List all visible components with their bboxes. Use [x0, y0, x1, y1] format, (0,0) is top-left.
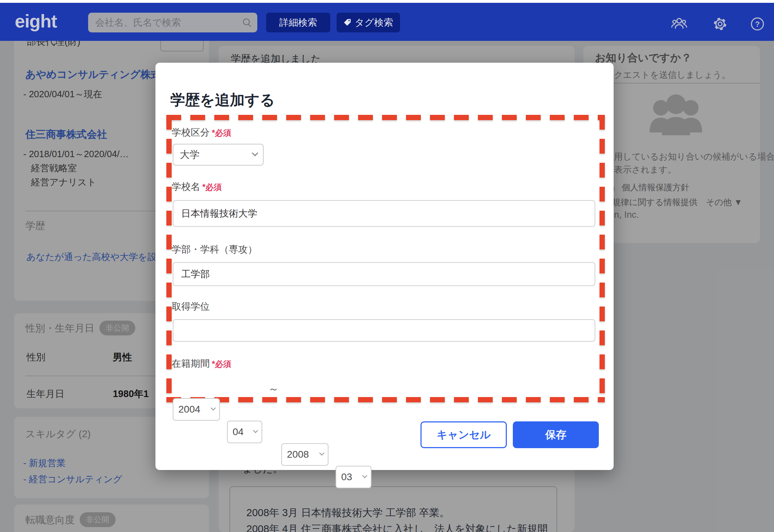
faculty-label-text: 学部・学科（専攻） [172, 244, 257, 255]
highlight-dash-left [166, 115, 172, 402]
required-badge: *必須 [212, 128, 231, 137]
highlight-dash-top [166, 115, 605, 120]
help-icon[interactable]: ? [749, 16, 766, 32]
search-input[interactable] [88, 13, 257, 32]
period-separator: ～ [268, 382, 279, 396]
period-label: 在籍期間*必須 [172, 357, 231, 370]
chevron-down-icon [252, 150, 258, 156]
cancel-button-label: キャンセル [437, 428, 491, 442]
navbar: eight 詳細検索 タグ検索 [0, 3, 774, 41]
end-month-value: 03 [341, 471, 352, 483]
chevron-down-icon [362, 473, 367, 478]
school-name-label: 学校名*必須 [172, 180, 222, 193]
required-badge: *必須 [212, 359, 231, 369]
start-month-select[interactable]: 04 [227, 421, 262, 443]
tag-search-button[interactable]: タグ検索 [337, 13, 400, 32]
faculty-label: 学部・学科（専攻） [172, 243, 257, 256]
top-white-strip [0, 0, 774, 3]
school-type-value: 大学 [180, 148, 199, 161]
save-button-label: 保存 [545, 428, 566, 442]
period-label-text: 在籍期間 [172, 358, 210, 369]
start-year-select[interactable]: 2004 [173, 398, 220, 421]
magnifier-icon [242, 17, 252, 28]
end-year-value: 2008 [287, 449, 309, 460]
degree-input[interactable] [173, 319, 595, 342]
save-button[interactable]: 保存 [513, 421, 599, 448]
chevron-down-icon [211, 406, 216, 410]
chevron-down-icon [253, 428, 258, 433]
tag-icon [343, 18, 352, 27]
end-year-select[interactable]: 2008 [281, 443, 328, 466]
school-type-label: 学校区分*必須 [172, 126, 231, 139]
cancel-button[interactable]: キャンセル [420, 421, 507, 448]
faculty-input[interactable] [173, 262, 595, 286]
detail-search-label: 詳細検索 [279, 16, 317, 29]
school-type-label-text: 学校区分 [172, 127, 210, 138]
page: 部長代理(財) あやめコンサルティング株式会 - 2020/04/01～現在 住… [0, 0, 774, 532]
highlight-dash-right [600, 115, 605, 402]
detail-search-button[interactable]: 詳細検索 [266, 13, 330, 32]
school-name-input[interactable] [173, 200, 595, 227]
start-month-value: 04 [233, 426, 244, 438]
svg-text:?: ? [755, 20, 760, 29]
start-year-value: 2004 [178, 404, 200, 415]
add-education-modal: 学歴を追加する 学校区分*必須 大学 学校名*必須 学部・学科（専攻） 取得学位 [155, 63, 614, 470]
chevron-down-icon [319, 451, 324, 456]
tag-search-label: タグ検索 [355, 16, 393, 29]
degree-label: 取得学位 [172, 300, 210, 313]
gear-icon[interactable] [712, 16, 729, 32]
school-name-label-text: 学校名 [172, 181, 200, 192]
highlight-dash-bottom [166, 397, 605, 402]
contacts-icon[interactable] [671, 16, 688, 32]
end-month-select[interactable]: 03 [336, 466, 371, 488]
school-type-select[interactable]: 大学 [173, 144, 264, 166]
eight-logo[interactable]: eight [15, 11, 57, 32]
required-badge: *必須 [202, 183, 222, 192]
modal-title: 学歴を追加する [170, 90, 275, 110]
global-search [88, 13, 257, 32]
degree-label-text: 取得学位 [172, 301, 210, 312]
